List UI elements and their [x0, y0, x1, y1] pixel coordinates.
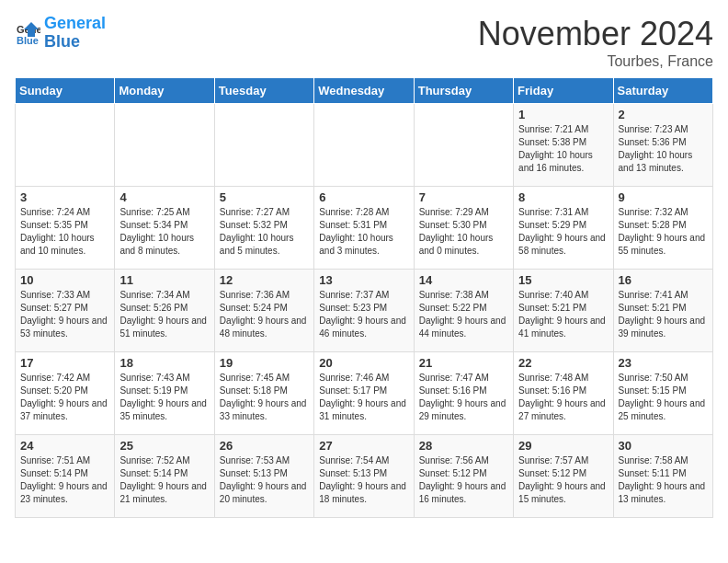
logo-name-blue: Blue — [44, 33, 106, 52]
calendar-cell: 12Sunrise: 7:36 AM Sunset: 5:24 PM Dayli… — [214, 270, 313, 352]
calendar-cell: 6Sunrise: 7:28 AM Sunset: 5:31 PM Daylig… — [314, 187, 414, 270]
day-info: Sunrise: 7:53 AM Sunset: 5:13 PM Dayligh… — [220, 454, 309, 506]
day-info: Sunrise: 7:21 AM Sunset: 5:38 PM Dayligh… — [518, 123, 608, 175]
day-info: Sunrise: 7:54 AM Sunset: 5:13 PM Dayligh… — [319, 454, 408, 506]
calendar-cell: 17Sunrise: 7:42 AM Sunset: 5:20 PM Dayli… — [16, 352, 115, 435]
location: Tourbes, France — [478, 53, 713, 70]
day-number: 22 — [518, 356, 608, 370]
day-info: Sunrise: 7:24 AM Sunset: 5:35 PM Dayligh… — [20, 206, 109, 258]
day-number: 13 — [319, 273, 408, 287]
day-info: Sunrise: 7:29 AM Sunset: 5:30 PM Dayligh… — [419, 206, 508, 258]
calendar-cell: 20Sunrise: 7:46 AM Sunset: 5:17 PM Dayli… — [314, 352, 414, 435]
day-number: 7 — [419, 190, 508, 204]
month-title: November 2024 — [478, 15, 713, 53]
svg-text:Blue: Blue — [17, 35, 39, 46]
title-area: November 2024 Tourbes, France — [478, 15, 713, 70]
calendar-cell: 11Sunrise: 7:34 AM Sunset: 5:26 PM Dayli… — [115, 270, 214, 352]
day-info: Sunrise: 7:47 AM Sunset: 5:16 PM Dayligh… — [419, 372, 508, 423]
day-info: Sunrise: 7:36 AM Sunset: 5:24 PM Dayligh… — [220, 289, 309, 340]
day-number: 20 — [319, 356, 408, 370]
day-info: Sunrise: 7:38 AM Sunset: 5:22 PM Dayligh… — [419, 289, 508, 340]
day-info: Sunrise: 7:37 AM Sunset: 5:23 PM Dayligh… — [319, 289, 408, 340]
calendar-table: SundayMondayTuesdayWednesdayThursdayFrid… — [15, 77, 713, 518]
calendar-cell: 22Sunrise: 7:48 AM Sunset: 5:16 PM Dayli… — [514, 352, 613, 435]
day-info: Sunrise: 7:52 AM Sunset: 5:14 PM Dayligh… — [119, 454, 209, 506]
calendar-cell: 24Sunrise: 7:51 AM Sunset: 5:14 PM Dayli… — [16, 435, 115, 518]
weekday-header-friday: Friday — [514, 78, 613, 104]
calendar-body: 1Sunrise: 7:21 AM Sunset: 5:38 PM Daylig… — [16, 104, 713, 518]
weekday-header-row: SundayMondayTuesdayWednesdayThursdayFrid… — [16, 78, 713, 104]
day-number: 29 — [518, 439, 608, 453]
day-info: Sunrise: 7:33 AM Sunset: 5:27 PM Dayligh… — [20, 289, 109, 340]
calendar-cell: 3Sunrise: 7:24 AM Sunset: 5:35 PM Daylig… — [16, 187, 115, 270]
day-number: 1 — [518, 108, 608, 121]
calendar-cell: 18Sunrise: 7:43 AM Sunset: 5:19 PM Dayli… — [115, 352, 214, 435]
day-info: Sunrise: 7:40 AM Sunset: 5:21 PM Dayligh… — [518, 289, 608, 340]
calendar-cell: 28Sunrise: 7:56 AM Sunset: 5:12 PM Dayli… — [414, 435, 513, 518]
day-number: 17 — [20, 356, 109, 370]
day-info: Sunrise: 7:25 AM Sunset: 5:34 PM Dayligh… — [119, 206, 209, 258]
day-number: 2 — [619, 108, 708, 121]
day-info: Sunrise: 7:45 AM Sunset: 5:18 PM Dayligh… — [220, 372, 309, 423]
day-info: Sunrise: 7:27 AM Sunset: 5:32 PM Dayligh… — [220, 206, 309, 258]
logo-name-general: General — [44, 15, 106, 33]
calendar-cell: 2Sunrise: 7:23 AM Sunset: 5:36 PM Daylig… — [613, 104, 712, 187]
header: General Blue General Blue November 2024 … — [15, 15, 713, 70]
day-number: 23 — [619, 356, 708, 370]
calendar-week-1: 1Sunrise: 7:21 AM Sunset: 5:38 PM Daylig… — [16, 104, 713, 187]
day-number: 25 — [119, 439, 209, 453]
day-number: 28 — [419, 439, 508, 453]
day-info: Sunrise: 7:28 AM Sunset: 5:31 PM Dayligh… — [319, 206, 408, 258]
calendar-cell: 16Sunrise: 7:41 AM Sunset: 5:21 PM Dayli… — [613, 270, 712, 352]
day-number: 11 — [119, 273, 209, 287]
calendar-cell — [414, 104, 513, 187]
weekday-header-thursday: Thursday — [414, 78, 513, 104]
day-number: 14 — [419, 273, 508, 287]
day-number: 21 — [419, 356, 508, 370]
day-number: 3 — [20, 190, 109, 204]
calendar-cell: 7Sunrise: 7:29 AM Sunset: 5:30 PM Daylig… — [414, 187, 513, 270]
calendar-cell: 25Sunrise: 7:52 AM Sunset: 5:14 PM Dayli… — [115, 435, 214, 518]
day-number: 24 — [20, 439, 109, 453]
day-number: 27 — [319, 439, 408, 453]
calendar-cell: 1Sunrise: 7:21 AM Sunset: 5:38 PM Daylig… — [514, 104, 613, 187]
day-info: Sunrise: 7:42 AM Sunset: 5:20 PM Dayligh… — [20, 372, 109, 423]
calendar-cell — [115, 104, 214, 187]
day-info: Sunrise: 7:57 AM Sunset: 5:12 PM Dayligh… — [518, 454, 608, 506]
day-number: 18 — [119, 356, 209, 370]
calendar-header: SundayMondayTuesdayWednesdayThursdayFrid… — [16, 78, 713, 104]
calendar-cell: 21Sunrise: 7:47 AM Sunset: 5:16 PM Dayli… — [414, 352, 513, 435]
calendar-cell: 5Sunrise: 7:27 AM Sunset: 5:32 PM Daylig… — [214, 187, 313, 270]
day-number: 8 — [518, 190, 608, 204]
calendar-cell: 19Sunrise: 7:45 AM Sunset: 5:18 PM Dayli… — [214, 352, 313, 435]
calendar-cell — [214, 104, 313, 187]
day-info: Sunrise: 7:23 AM Sunset: 5:36 PM Dayligh… — [619, 123, 708, 175]
weekday-header-saturday: Saturday — [613, 78, 712, 104]
day-info: Sunrise: 7:51 AM Sunset: 5:14 PM Dayligh… — [20, 454, 109, 506]
day-info: Sunrise: 7:32 AM Sunset: 5:28 PM Dayligh… — [619, 206, 708, 258]
weekday-header-sunday: Sunday — [16, 78, 115, 104]
calendar-cell — [16, 104, 115, 187]
calendar-week-4: 17Sunrise: 7:42 AM Sunset: 5:20 PM Dayli… — [16, 352, 713, 435]
day-info: Sunrise: 7:46 AM Sunset: 5:17 PM Dayligh… — [319, 372, 408, 423]
day-number: 26 — [220, 439, 309, 453]
day-number: 4 — [119, 190, 209, 204]
calendar-cell: 13Sunrise: 7:37 AM Sunset: 5:23 PM Dayli… — [314, 270, 414, 352]
calendar-cell: 29Sunrise: 7:57 AM Sunset: 5:12 PM Dayli… — [514, 435, 613, 518]
calendar-cell: 23Sunrise: 7:50 AM Sunset: 5:15 PM Dayli… — [613, 352, 712, 435]
day-number: 19 — [220, 356, 309, 370]
day-number: 12 — [220, 273, 309, 287]
day-info: Sunrise: 7:34 AM Sunset: 5:26 PM Dayligh… — [119, 289, 209, 340]
day-number: 16 — [619, 273, 708, 287]
day-number: 9 — [619, 190, 708, 204]
day-number: 5 — [220, 190, 309, 204]
calendar-week-3: 10Sunrise: 7:33 AM Sunset: 5:27 PM Dayli… — [16, 270, 713, 352]
day-info: Sunrise: 7:50 AM Sunset: 5:15 PM Dayligh… — [619, 372, 708, 423]
calendar-week-5: 24Sunrise: 7:51 AM Sunset: 5:14 PM Dayli… — [16, 435, 713, 518]
day-info: Sunrise: 7:48 AM Sunset: 5:16 PM Dayligh… — [518, 372, 608, 423]
calendar-week-2: 3Sunrise: 7:24 AM Sunset: 5:35 PM Daylig… — [16, 187, 713, 270]
logo: General Blue General Blue — [15, 15, 106, 52]
day-info: Sunrise: 7:43 AM Sunset: 5:19 PM Dayligh… — [119, 372, 209, 423]
calendar-cell: 8Sunrise: 7:31 AM Sunset: 5:29 PM Daylig… — [514, 187, 613, 270]
logo-icon: General Blue — [15, 20, 40, 46]
